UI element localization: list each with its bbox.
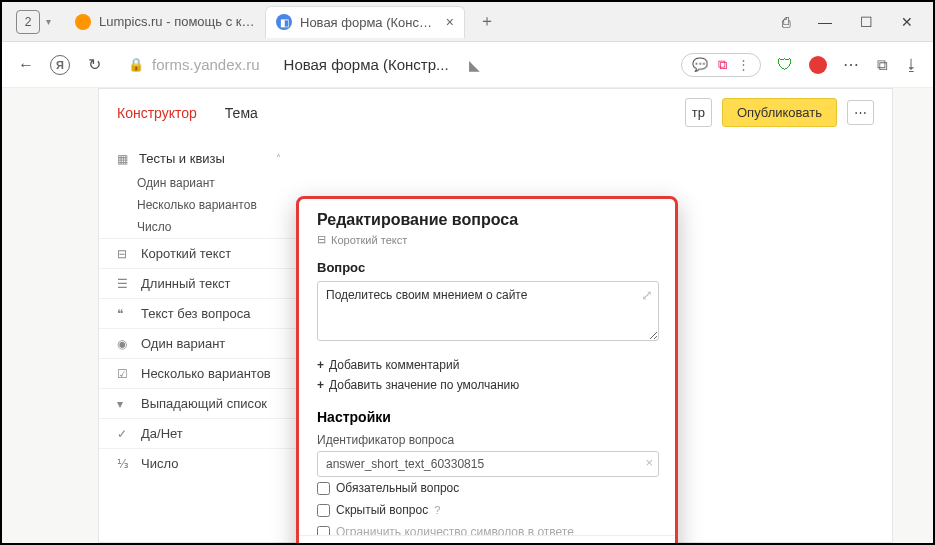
bookmark-icon[interactable]: ◣ <box>469 57 480 73</box>
back-icon[interactable]: ← <box>16 56 36 74</box>
short-text-icon: ⊟ <box>317 233 326 246</box>
settings-heading: Настройки <box>317 409 659 425</box>
library-icon[interactable]: ⎙ <box>782 14 790 30</box>
limit-chars-checkbox-row[interactable]: Ограничить количество символов в ответе <box>317 521 659 535</box>
favicon-icon <box>75 14 91 30</box>
sidebar-group-tests[interactable]: ▦ Тесты и квизы ˄ <box>99 145 299 172</box>
chat-icon: 💬 <box>692 57 708 73</box>
url-box[interactable]: 🔒 forms.yandex.ru <box>118 50 270 79</box>
modal-title: Редактирование вопроса <box>317 211 659 229</box>
question-type-sidebar: ▦ Тесты и квизы ˄ Один вариант Несколько… <box>99 137 299 486</box>
question-text-input[interactable] <box>317 281 659 341</box>
modal-footer: Отмена Сохранить <box>299 535 675 545</box>
quiz-icon: ▦ <box>117 152 131 166</box>
menu-dots-icon: ⋮ <box>737 57 750 73</box>
form-editor-tabs: Конструктор Тема тр Опубликовать ⋯ <box>99 89 892 137</box>
limit-chars-checkbox[interactable] <box>317 526 330 536</box>
required-checkbox-row[interactable]: Обязательный вопрос <box>317 477 659 499</box>
browser-tab-active[interactable]: ◧ Новая форма (Констру × <box>265 6 465 38</box>
text-icon: ❝ <box>117 307 131 321</box>
help-icon[interactable]: ? <box>434 504 440 516</box>
browser-tab-bar: 2 ▾ Lumpics.ru - помощь с кол ◧ Новая фо… <box>2 2 933 42</box>
id-field-label: Идентификатор вопроса <box>317 433 659 447</box>
maximize-icon[interactable]: ☐ <box>860 14 873 30</box>
sidebar-item-long-text[interactable]: ☰Длинный текст <box>99 268 299 298</box>
question-field-label: Вопрос <box>317 260 659 275</box>
sidebar-sub-item[interactable]: Число <box>99 216 299 238</box>
tab-constructor[interactable]: Конструктор <box>117 105 197 121</box>
tab-label: Новая форма (Констру <box>300 15 438 30</box>
chevron-up-icon: ˄ <box>276 153 281 164</box>
shield-icon[interactable]: 🛡 <box>777 56 793 74</box>
expand-icon[interactable]: ⤢ <box>641 287 653 303</box>
sidebar-item-checkbox[interactable]: ☑Несколько вариантов <box>99 358 299 388</box>
check-icon: ✓ <box>117 427 131 441</box>
chevron-down-icon[interactable]: ▾ <box>46 16 51 27</box>
add-comment-link[interactable]: +Добавить комментарий <box>317 355 659 375</box>
add-default-value-link[interactable]: +Добавить значение по умолчанию <box>317 375 659 395</box>
question-id-input[interactable] <box>317 451 659 477</box>
reload-icon[interactable]: ↻ <box>84 55 104 74</box>
hidden-checkbox[interactable] <box>317 504 330 517</box>
yandex-home-icon[interactable]: Я <box>50 55 70 75</box>
long-text-icon: ☰ <box>117 277 131 291</box>
sidebar-item-number[interactable]: ⅓Число <box>99 448 299 478</box>
close-icon[interactable]: × <box>446 14 454 30</box>
checkbox-icon: ☑ <box>117 367 131 381</box>
sidebar-item-radio[interactable]: ◉Один вариант <box>99 328 299 358</box>
minimize-icon[interactable]: — <box>818 14 832 30</box>
new-tab-button[interactable]: ＋ <box>475 10 499 34</box>
download-icon[interactable]: ⭳ <box>904 56 919 73</box>
dropdown-icon: ▾ <box>117 397 131 411</box>
edit-question-modal: Редактирование вопроса ⊟ Короткий текст … <box>296 196 678 545</box>
favicon-icon: ◧ <box>276 14 292 30</box>
extension-pill[interactable]: 💬 ⧉ ⋮ <box>681 53 761 77</box>
number-icon: ⅓ <box>117 457 131 471</box>
close-window-icon[interactable]: ✕ <box>901 14 913 30</box>
more-icon[interactable]: ⋯ <box>843 55 861 74</box>
sidebar-item-static-text[interactable]: ❝Текст без вопроса <box>99 298 299 328</box>
translate-icon: ⧉ <box>718 57 727 73</box>
preview-button[interactable]: тр <box>685 98 712 127</box>
question-type-indicator: ⊟ Короткий текст <box>317 233 659 246</box>
browser-tab[interactable]: Lumpics.ru - помощь с кол <box>65 6 265 38</box>
sidebar-toggle-icon[interactable]: ⧉ <box>877 56 888 74</box>
sidebar-item-short-text[interactable]: ⊟Короткий текст <box>99 238 299 268</box>
adblock-icon[interactable] <box>809 56 827 74</box>
page-title-bar: Новая форма (Констр... <box>284 56 449 73</box>
page-body: Конструктор Тема тр Опубликовать ⋯ ▦ Тес… <box>2 88 933 543</box>
hidden-checkbox-row[interactable]: Скрытый вопрос? <box>317 499 659 521</box>
address-bar: ← Я ↻ 🔒 forms.yandex.ru Новая форма (Кон… <box>2 42 933 88</box>
clear-icon[interactable]: × <box>645 455 653 470</box>
tab-theme[interactable]: Тема <box>225 105 258 121</box>
sidebar-sub-item[interactable]: Один вариант <box>99 172 299 194</box>
tab-label: Lumpics.ru - помощь с кол <box>99 14 255 29</box>
more-actions-button[interactable]: ⋯ <box>847 100 874 125</box>
required-checkbox[interactable] <box>317 482 330 495</box>
lock-icon: 🔒 <box>128 57 144 72</box>
sidebar-item-yesno[interactable]: ✓Да/Нет <box>99 418 299 448</box>
tab-count-badge[interactable]: 2 <box>16 10 40 34</box>
publish-button[interactable]: Опубликовать <box>722 98 837 127</box>
sidebar-sub-item[interactable]: Несколько вариантов <box>99 194 299 216</box>
radio-icon: ◉ <box>117 337 131 351</box>
short-text-icon: ⊟ <box>117 247 131 261</box>
url-host-text: forms.yandex.ru <box>152 56 260 73</box>
sidebar-item-dropdown[interactable]: ▾Выпадающий список <box>99 388 299 418</box>
